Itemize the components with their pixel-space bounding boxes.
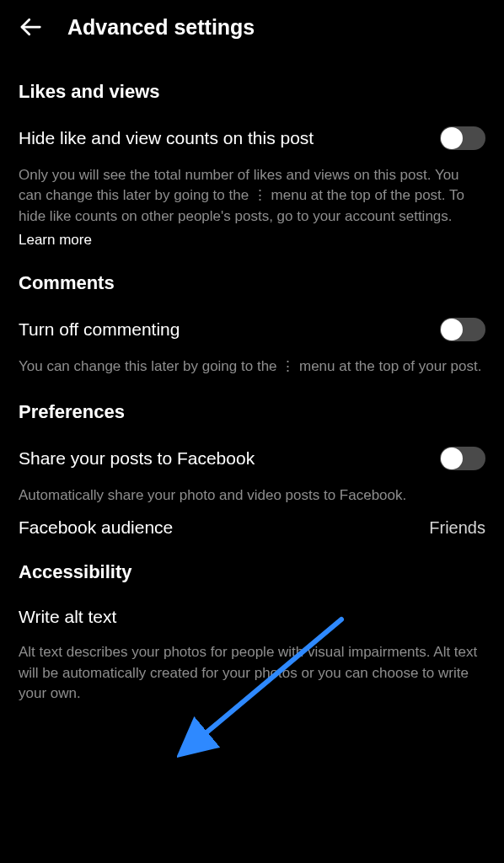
section-heading-preferences: Preferences — [19, 401, 485, 423]
content: Likes and views Hide like and view count… — [0, 81, 504, 705]
setting-hide-counts: Hide like and view counts on this post — [19, 126, 485, 150]
header: Advanced settings — [0, 0, 504, 57]
write-alt-text-label: Write alt text — [19, 607, 116, 627]
setting-write-alt-text[interactable]: Write alt text — [19, 607, 485, 627]
hide-counts-label: Hide like and view counts on this post — [19, 128, 314, 148]
turn-off-commenting-toggle[interactable] — [440, 318, 485, 341]
hide-counts-toggle[interactable] — [440, 126, 485, 150]
setting-share-facebook: Share your posts to Facebook — [19, 447, 485, 470]
share-facebook-label: Share your posts to Facebook — [19, 448, 255, 469]
share-facebook-toggle[interactable] — [440, 447, 485, 470]
write-alt-text-description: Alt text describes your photos for peopl… — [19, 642, 485, 704]
arrow-left-icon — [18, 14, 43, 40]
hide-counts-description: Only you will see the total number of li… — [19, 165, 485, 227]
page-title: Advanced settings — [67, 15, 255, 40]
section-heading-likes: Likes and views — [19, 81, 485, 103]
turn-off-commenting-label: Turn off commenting — [19, 319, 180, 340]
learn-more-link[interactable]: Learn more — [19, 232, 92, 249]
section-heading-comments: Comments — [19, 272, 485, 294]
setting-turn-off-commenting: Turn off commenting — [19, 318, 485, 341]
setting-facebook-audience[interactable]: Facebook audience Friends — [19, 517, 485, 538]
facebook-audience-label: Facebook audience — [19, 517, 173, 538]
turn-off-commenting-description: You can change this later by going to th… — [19, 356, 485, 377]
section-heading-accessibility: Accessibility — [19, 561, 485, 583]
back-button[interactable] — [17, 13, 44, 40]
share-facebook-description: Automatically share your photo and video… — [19, 485, 485, 506]
facebook-audience-value: Friends — [429, 518, 485, 538]
